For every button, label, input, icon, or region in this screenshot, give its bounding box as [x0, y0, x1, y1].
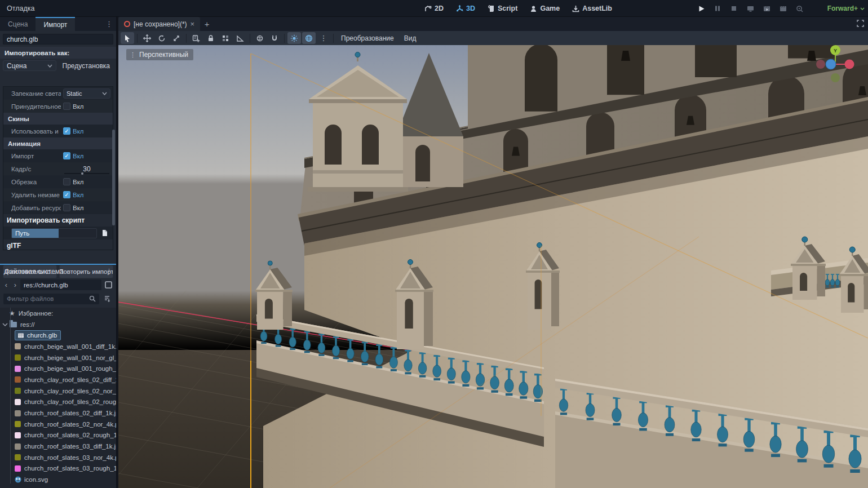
snap-magnet-icon[interactable] — [268, 32, 281, 44]
slider-grabber[interactable] — [81, 172, 83, 175]
favorites-row[interactable]: ★Избранное: — [0, 308, 116, 319]
expand-editor-icon[interactable] — [856, 19, 865, 29]
main-menu-bar: СценаПроектОтладкаРедакторСправка 2D3DSc… — [0, 0, 868, 17]
browse-file-button[interactable] — [99, 228, 110, 238]
perspective-menu[interactable]: ⋮ Перспективный — [126, 49, 193, 60]
option-check-label: Вкл — [73, 128, 84, 135]
new-tab-button[interactable]: + — [200, 17, 214, 31]
preset-button[interactable]: Предустановка — [59, 60, 113, 71]
texture-thumbnail — [15, 376, 21, 383]
axis-x-ball[interactable] — [845, 60, 854, 69]
lock-icon[interactable] — [204, 32, 218, 44]
section-Импортировать скрипт: Импортировать скрипт — [3, 214, 113, 227]
move-tool-icon[interactable] — [140, 32, 154, 44]
environment-preview-icon[interactable] — [302, 32, 316, 44]
more-options-icon[interactable]: ⋮ — [317, 32, 330, 44]
movie-maker-icon — [796, 5, 803, 12]
import-as-dropdown[interactable]: Сцена — [3, 60, 56, 71]
list-select-tool-icon[interactable] — [189, 32, 203, 44]
menu-Отладка[interactable]: Отладка — [0, 0, 44, 17]
file-row[interactable]: church_roof_slates_02_nor_4k.png — [0, 419, 116, 430]
workspace-assetlib-button[interactable]: AssetLib — [568, 2, 617, 15]
option-checkbox[interactable]: ✓ — [63, 191, 70, 198]
group-icon[interactable] — [219, 32, 232, 44]
sort-icon[interactable] — [101, 294, 113, 304]
remote-debug-button[interactable] — [745, 3, 756, 14]
chevron-expanded-icon[interactable] — [2, 322, 8, 327]
option-checkbox[interactable] — [63, 178, 70, 185]
option-dropdown[interactable]: Static — [63, 88, 110, 99]
favorites-label: Избранное: — [19, 310, 53, 317]
option-checkbox[interactable] — [63, 204, 70, 211]
import-scrollbar[interactable] — [112, 130, 115, 225]
scene-tab[interactable]: [не сохранено](*) × — [118, 17, 200, 31]
texture-thumbnail — [15, 443, 21, 450]
workspace-3d-button[interactable]: 3D — [451, 2, 480, 15]
filesystem-tree: ★Избранное:res://church.glbchurch_beige_… — [0, 308, 116, 488]
history-forward-button[interactable]: › — [11, 281, 19, 289]
stop-button[interactable] — [728, 3, 739, 14]
option-label: Обрезка — [11, 179, 61, 185]
rotate-tool-icon[interactable] — [155, 32, 169, 44]
filesystem-menu-icon[interactable]: ⋮ — [105, 268, 113, 275]
view-axis-gizmo[interactable]: Y — [812, 45, 859, 89]
file-row[interactable]: church_roof_slates_02_diff_1k.jpg — [0, 407, 116, 419]
file-name: church_clay_roof_tiles_02_diff_1k... — [24, 376, 116, 383]
file-row[interactable]: church_clay_roof_tiles_02_diff_1k... — [0, 374, 116, 385]
sun-preview-icon[interactable] — [287, 32, 301, 44]
filter-placeholder: Фильтр файлов — [7, 295, 89, 302]
movie-maker-button[interactable] — [794, 3, 805, 14]
script-path-field[interactable]: Путь — [11, 228, 97, 238]
selected-file[interactable]: church.glb — [15, 330, 61, 340]
close-tab-icon[interactable]: × — [191, 20, 195, 28]
view-menu[interactable]: Вид — [400, 32, 421, 44]
file-row[interactable]: icon.svg — [0, 474, 116, 485]
axis-neg-y-ball[interactable] — [831, 73, 840, 82]
3d-viewport[interactable]: ⋮ Перспективный Y — [118, 45, 868, 488]
option-Импорт: Импорт✓Вкл — [3, 149, 113, 162]
res-root-row[interactable]: res:// — [0, 319, 116, 330]
file-row[interactable]: church_clay_roof_tiles_02_rough... — [0, 397, 116, 408]
file-row[interactable]: church_roof_slates_03_diff_1k.jpg — [0, 441, 116, 452]
option-spin-slider[interactable]: 30 — [63, 164, 110, 174]
file-row[interactable]: church.glb — [0, 330, 116, 341]
ruler-icon[interactable] — [233, 32, 247, 44]
tab-scene[interactable]: Сцена — [0, 17, 36, 31]
file-row[interactable]: church_roof_slates_03_rough_1k.... — [0, 463, 116, 474]
workspace-script-button[interactable]: Script — [483, 2, 522, 15]
select-tool-icon[interactable] — [121, 32, 134, 44]
play-custom-scene-button[interactable] — [777, 3, 789, 14]
history-back-button[interactable]: ‹ — [2, 281, 10, 289]
filter-files-input[interactable]: Фильтр файлов — [3, 294, 99, 304]
play-button[interactable] — [696, 3, 707, 14]
workspace-2d-button[interactable]: 2D — [420, 2, 448, 15]
axis-neg-x-ball[interactable] — [816, 60, 825, 69]
file-row[interactable]: church_clay_roof_tiles_02_nor_gl.... — [0, 385, 116, 397]
3d-scene-render — [118, 45, 868, 488]
option-checkbox[interactable]: ✓ — [63, 152, 70, 159]
snap-object-icon[interactable] — [253, 32, 267, 44]
file-row[interactable]: church_beige_wall_001_rough_1... — [0, 363, 116, 374]
current-path-field[interactable]: res://church.glb — [20, 280, 101, 290]
workspace-game-button[interactable]: Game — [525, 2, 564, 15]
2d-icon — [424, 5, 432, 12]
option-label: Импорт — [11, 153, 61, 159]
play-scene-button[interactable] — [761, 3, 772, 14]
import-as-header: Импортировать как: — [0, 47, 116, 59]
tab-import[interactable]: Импорт — [36, 17, 75, 31]
split-mode-icon[interactable] — [103, 280, 114, 290]
renderer-select[interactable]: Forward+ — [827, 0, 865, 17]
dock-menu-icon[interactable]: ⋮ — [105, 20, 113, 28]
pause-button[interactable] — [712, 3, 723, 14]
file-row[interactable]: church_beige_wall_001_nor_gl_1... — [0, 352, 116, 363]
file-row[interactable]: church_roof_slates_02_rough_1k.... — [0, 430, 116, 441]
axis-z-ball[interactable] — [826, 59, 836, 69]
option-checkbox[interactable]: ✓ — [63, 127, 70, 135]
file-row[interactable]: church_beige_wall_001_diff_1k.jpg — [0, 341, 116, 352]
file-row[interactable]: church_roof_slates_03_nor_4k.png — [0, 452, 116, 463]
transform-menu[interactable]: Преобразование — [336, 32, 398, 44]
option-checkbox[interactable] — [63, 103, 70, 110]
option-label: Добавить ресурс — [11, 205, 61, 211]
scale-tool-icon[interactable] — [170, 32, 183, 44]
option-value: Static — [67, 90, 102, 97]
